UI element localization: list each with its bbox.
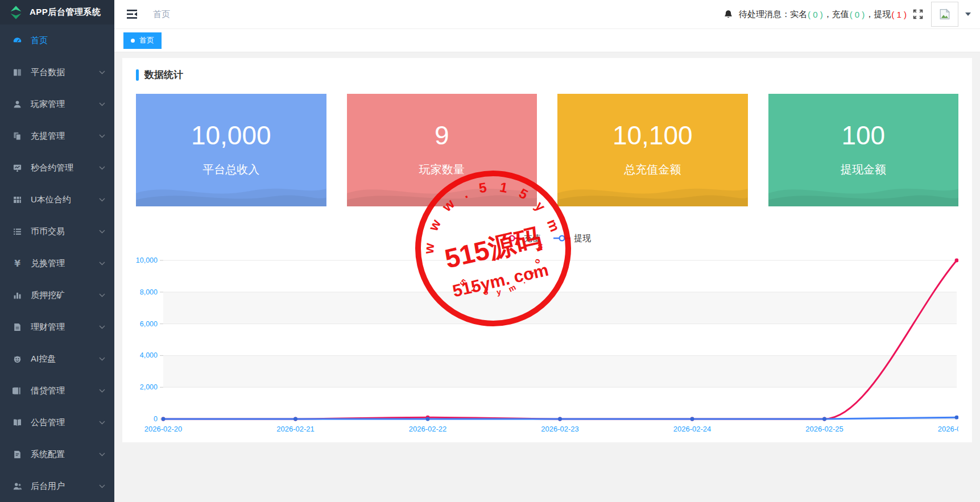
main-area: 首页 待处理消息：实名( 0 )，充值( 0 )，提现( 1 ) bbox=[114, 0, 980, 502]
topbar-right: 待处理消息：实名( 0 )，充值( 0 )，提现( 1 ) bbox=[723, 2, 971, 27]
stat-card-value: 10,100 bbox=[557, 120, 748, 151]
recharge-withdraw-icon bbox=[13, 131, 22, 141]
sidebar-item-notice[interactable]: 公告管理 bbox=[0, 406, 114, 438]
svg-text:4,000: 4,000 bbox=[140, 351, 158, 359]
sidebar-item-seconds-contract[interactable]: 秒合约管理 bbox=[0, 152, 114, 184]
sidebar-item-system-config[interactable]: 系统配置 bbox=[0, 438, 114, 470]
exchange-icon: ¥ bbox=[13, 259, 22, 268]
chevron-down-icon bbox=[99, 453, 105, 457]
coin-trade-icon bbox=[13, 227, 22, 237]
sidebar-item-dashboard[interactable]: 首页 bbox=[0, 24, 114, 56]
pending-messages[interactable]: 待处理消息：实名( 0 )，充值( 0 )，提现( 1 ) bbox=[739, 9, 907, 20]
sidebar-item-u-contract[interactable]: U本位合约 bbox=[0, 184, 114, 215]
chart-legend: 充值提现 bbox=[136, 233, 958, 244]
stat-card-value: 10,000 bbox=[136, 120, 326, 151]
chevron-down-icon bbox=[99, 293, 105, 297]
breadcrumb[interactable]: 首页 bbox=[153, 9, 170, 20]
stat-card: 10,100 总充值金额 bbox=[557, 94, 748, 206]
app-logo: APP后台管理系统 bbox=[0, 0, 114, 24]
ai-icon bbox=[13, 354, 22, 364]
sidebar-menu: 首页 平台数据 玩家管理 充提管理 秒合约管理 U本位合约 bbox=[0, 24, 114, 502]
sidebar-item-platform-data[interactable]: 平台数据 bbox=[0, 56, 114, 88]
card-wave-decoration bbox=[347, 173, 537, 206]
svg-text:2026-02-23: 2026-02-23 bbox=[541, 425, 579, 433]
content: 数据统计 10,000 平台总收入 9 玩家数量 10,100 总充值金额 10… bbox=[114, 52, 980, 502]
tab-label: 首页 bbox=[139, 35, 154, 45]
chevron-down-icon bbox=[99, 134, 105, 138]
chevron-down-icon bbox=[99, 484, 105, 488]
sidebar-item-lending[interactable]: 借贷管理 bbox=[0, 375, 114, 406]
chevron-down-icon bbox=[99, 421, 105, 425]
svg-text:2,000: 2,000 bbox=[140, 383, 158, 391]
app-window: APP后台管理系统 首页 平台数据 玩家管理 充提管理 秒合约管理 U本 bbox=[0, 0, 980, 502]
svg-text:6,000: 6,000 bbox=[140, 320, 158, 328]
legend-marker-icon bbox=[553, 235, 570, 242]
svg-text:2026-02-25: 2026-02-25 bbox=[805, 425, 843, 433]
legend-item[interactable]: 充值 bbox=[503, 233, 541, 244]
chart-area: 充值提现 02,0004,0006,0008,00010,0002026-02-… bbox=[136, 233, 958, 442]
chevron-down-icon bbox=[99, 166, 105, 170]
notice-icon bbox=[13, 418, 22, 428]
svg-text:¥: ¥ bbox=[14, 259, 20, 268]
sidebar: APP后台管理系统 首页 平台数据 玩家管理 充提管理 秒合约管理 U本 bbox=[0, 0, 114, 502]
chevron-down-icon bbox=[99, 357, 105, 361]
app-title: APP后台管理系统 bbox=[30, 7, 101, 18]
sidebar-item-coin-trade[interactable]: 币币交易 bbox=[0, 215, 114, 247]
svg-text:2026-02-26: 2026-02-26 bbox=[938, 425, 958, 433]
stat-card: 10,000 平台总收入 bbox=[136, 94, 326, 206]
legend-marker-icon bbox=[503, 235, 520, 242]
sidebar-item-staking[interactable]: 质押挖矿 bbox=[0, 279, 114, 311]
chevron-down-icon bbox=[99, 230, 105, 234]
sidebar-item-players[interactable]: 玩家管理 bbox=[0, 88, 114, 120]
admin-user-icon bbox=[13, 482, 22, 491]
u-contract-icon bbox=[13, 195, 22, 205]
lending-icon bbox=[13, 386, 22, 396]
card-wave-decoration bbox=[136, 173, 326, 206]
seconds-contract-icon bbox=[13, 163, 22, 173]
logo-icon bbox=[8, 5, 24, 20]
chevron-down-icon bbox=[99, 325, 105, 329]
user-avatar[interactable] bbox=[931, 2, 958, 27]
chevron-down-icon bbox=[99, 102, 105, 106]
stat-card-value: 100 bbox=[768, 120, 959, 151]
svg-text:2026-02-20: 2026-02-20 bbox=[144, 425, 183, 433]
players-icon bbox=[13, 99, 22, 109]
sidebar-item-recharge-withdraw[interactable]: 充提管理 bbox=[0, 120, 114, 152]
platform-data-icon bbox=[13, 68, 22, 77]
svg-text:0: 0 bbox=[154, 415, 158, 423]
line-chart[interactable]: 02,0004,0006,0008,00010,0002026-02-20202… bbox=[136, 248, 958, 442]
section-title-text: 数据统计 bbox=[144, 68, 183, 81]
sidebar-collapse-icon[interactable] bbox=[127, 10, 138, 19]
svg-text:2026-02-21: 2026-02-21 bbox=[276, 425, 315, 433]
card-wave-decoration bbox=[557, 173, 748, 206]
dashboard-icon bbox=[13, 36, 22, 45]
notification-bell-icon[interactable] bbox=[723, 9, 733, 19]
tab-home[interactable]: 首页 bbox=[123, 32, 162, 49]
stat-card-value: 9 bbox=[347, 120, 537, 151]
tabbar: 首页 bbox=[114, 29, 980, 52]
legend-item[interactable]: 提现 bbox=[553, 233, 591, 244]
staking-icon bbox=[13, 291, 22, 300]
chevron-down-icon bbox=[99, 70, 105, 74]
sidebar-item-exchange[interactable]: ¥ 兑换管理 bbox=[0, 247, 114, 279]
chevron-down-icon bbox=[99, 198, 105, 202]
title-accent-bar bbox=[136, 69, 139, 81]
wealth-icon bbox=[13, 322, 22, 332]
stat-card: 100 提现金额 bbox=[768, 94, 959, 206]
chevron-down-icon bbox=[99, 389, 105, 393]
tab-active-dot-icon bbox=[131, 39, 135, 43]
broken-image-icon bbox=[939, 9, 950, 20]
user-menu-caret-icon[interactable] bbox=[965, 13, 971, 16]
card-wave-decoration bbox=[768, 173, 959, 206]
svg-text:10,000: 10,000 bbox=[136, 256, 158, 264]
stats-panel: 数据统计 10,000 平台总收入 9 玩家数量 10,100 总充值金额 10… bbox=[122, 58, 972, 442]
sidebar-item-ai[interactable]: AI控盘 bbox=[0, 343, 114, 375]
sidebar-item-admin-user[interactable]: 后台用户 bbox=[0, 470, 114, 502]
stat-cards-row: 10,000 平台总收入 9 玩家数量 10,100 总充值金额 100 提现金… bbox=[136, 94, 958, 206]
system-config-icon bbox=[13, 450, 22, 459]
topbar: 首页 待处理消息：实名( 0 )，充值( 0 )，提现( 1 ) bbox=[114, 0, 980, 29]
svg-text:2026-02-22: 2026-02-22 bbox=[409, 425, 447, 433]
fullscreen-icon[interactable] bbox=[913, 9, 923, 19]
sidebar-item-wealth[interactable]: 理财管理 bbox=[0, 311, 114, 343]
chevron-down-icon bbox=[99, 262, 105, 265]
